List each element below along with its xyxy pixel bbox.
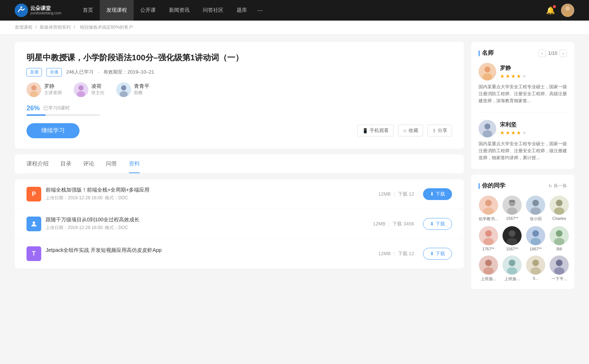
svg-point-10 xyxy=(77,91,85,97)
nav-item-qa[interactable]: 问答社区 xyxy=(196,0,230,21)
classmate-name-4: 1767** xyxy=(479,247,498,251)
download-button-1[interactable]: ⬇ 下载 xyxy=(423,218,452,230)
resource-icon-2: T xyxy=(27,246,41,261)
svg-point-3 xyxy=(565,6,570,11)
teacher-info-0: 罗静 主讲老师 xyxy=(44,83,62,96)
teachers-pagination: ‹ 1/10 › xyxy=(539,50,567,57)
tab-resources[interactable]: 资料 xyxy=(129,154,140,173)
star-icon: ☆ xyxy=(403,128,407,133)
svg-point-1 xyxy=(20,6,22,8)
page-info: 1/10 xyxy=(548,50,557,56)
mobile-view-button[interactable]: 📱 手机观看 xyxy=(357,125,394,136)
svg-point-57 xyxy=(554,267,564,275)
download-button-0[interactable]: ⬇ 下载 xyxy=(423,188,452,200)
resource-item-0: P 前端全栈加强版！前端全栈+全周期+多端应用 上传日期：2019-12-28 … xyxy=(15,179,464,209)
download-icon-1: ⬇ xyxy=(430,221,434,226)
breadcrumb-item-discover[interactable]: 发现课程 xyxy=(15,25,32,30)
progress-desc: 已学习0课时 xyxy=(43,105,70,111)
svg-point-14 xyxy=(33,221,35,224)
teachers-card-title: 名师 xyxy=(479,49,494,57)
progress-percent: 26% xyxy=(27,104,40,112)
teachers-list: 罗静 主讲老师 凌荷 班主任 xyxy=(27,82,452,97)
continue-learning-button[interactable]: 继续学习 xyxy=(27,123,80,138)
teacher-card-desc-1: 国内某重点大学安全工程专业硕士，国家一级注册消防工程师、注册安全工程师，级注册建… xyxy=(479,140,567,162)
resource-item-2: T Jetpack全组件实战 开发短视频应用高仿皮皮虾App 12MB | 下载… xyxy=(15,239,464,268)
teacher-card-item-0: 罗静 ★ ★ ★ ★ ★ 国内某重点大学安全工程专业硕士，国家一级注册消防工程师… xyxy=(479,63,567,113)
refresh-classmates-button[interactable]: ↻ 换一换 xyxy=(549,183,567,189)
collect-button[interactable]: ☆ 收藏 xyxy=(398,125,423,136)
nav-item-home[interactable]: 首页 xyxy=(76,0,100,21)
classmate-avatar-3 xyxy=(550,196,569,215)
dot-sep: · xyxy=(98,69,99,75)
teacher-role-0: 主讲老师 xyxy=(44,90,62,96)
share-button[interactable]: ⇧ 分享 xyxy=(427,125,452,136)
tab-review[interactable]: 评论 xyxy=(83,154,94,173)
classmates-card: 你的同学 ↻ 换一换 化学教书... 156 xyxy=(471,175,574,289)
nav-more-button[interactable]: ··· xyxy=(254,0,267,21)
user-avatar-header[interactable] xyxy=(561,4,574,17)
resource-info-2: Jetpack全组件实战 开发短视频应用高仿皮皮虾App xyxy=(46,247,378,260)
classmate-avatar-4 xyxy=(479,226,498,245)
classmate-avatar-10 xyxy=(526,256,545,275)
teacher-stars-0: ★ ★ ★ ★ ★ xyxy=(500,73,527,79)
progress-section: 26% 已学习0课时 xyxy=(27,104,452,116)
svg-point-19 xyxy=(484,124,490,129)
svg-point-33 xyxy=(554,207,564,215)
svg-point-4 xyxy=(564,11,571,17)
svg-point-39 xyxy=(507,238,517,245)
tab-catalog[interactable]: 目录 xyxy=(60,154,71,173)
learners-count: 246人已学习 xyxy=(66,69,94,75)
svg-point-12 xyxy=(121,85,126,90)
classmate-name-1: 1567** xyxy=(502,216,522,221)
tab-intro[interactable]: 课程介绍 xyxy=(27,154,49,173)
course-title: 明星中教授课，小学阶段语法100分–强化级第1讲动词（一） xyxy=(27,52,452,64)
expire-date: 有效期至：2019–10–21 xyxy=(103,69,154,75)
nav-item-quiz[interactable]: 题库 xyxy=(230,0,254,21)
classmate-name-8: 上班族... xyxy=(479,276,498,282)
nav-item-discover[interactable]: 发现课程 xyxy=(100,0,134,21)
left-panel: 明星中教授课，小学阶段语法100分–强化级第1讲动词（一） 直播 录播 246人… xyxy=(15,42,464,289)
svg-point-51 xyxy=(507,267,517,275)
nav-item-news[interactable]: 新闻资讯 xyxy=(162,0,196,21)
main-content: 明星中教授课，小学阶段语法100分–强化级第1讲动词（一） 直播 录播 246人… xyxy=(0,35,589,296)
teacher-info-2: 青青平 助教 xyxy=(134,83,149,96)
svg-point-0 xyxy=(15,4,28,17)
svg-point-50 xyxy=(509,260,515,266)
header: 云朵课堂 yundouketang.com 首页 发现课程 公开课 新闻资讯 问… xyxy=(0,0,589,21)
svg-point-56 xyxy=(556,260,562,266)
svg-point-48 xyxy=(483,267,494,275)
nav: 首页 发现课程 公开课 新闻资讯 问答社区 题库 ··· xyxy=(76,0,267,21)
svg-point-44 xyxy=(556,230,562,237)
header-right: 🔔 xyxy=(546,4,574,17)
classmate-name-5: 1567** xyxy=(502,247,522,251)
svg-point-45 xyxy=(554,238,564,245)
classmate-avatar-11 xyxy=(550,256,569,275)
classmate-name-3: Charles xyxy=(550,216,569,221)
nav-item-open[interactable]: 公开课 xyxy=(134,0,162,21)
tag-live: 直播 xyxy=(27,68,42,76)
classmate-item-10: 0... xyxy=(526,256,545,282)
logo[interactable]: 云朵课堂 yundouketang.com xyxy=(15,4,61,17)
next-page-button[interactable]: › xyxy=(560,50,567,57)
resource-meta-1: 上传日期：2019-12-28 16:00 格式：DOC xyxy=(46,225,373,231)
download-button-2[interactable]: ⬇ 下载 xyxy=(423,248,452,260)
teacher-card-desc-0: 国内某重点大学安全工程专业硕士，国家一级注册消防工程师、注册安全工程师、高级注册… xyxy=(479,83,567,105)
breadcrumb-item-series[interactable]: 新媒体营销系列 xyxy=(40,25,71,30)
resource-meta-0: 上传日期：2019-12-28 16:00 格式：DOC xyxy=(46,195,378,201)
tabs: 课程介绍 目录 评论 问答 资料 xyxy=(27,154,452,174)
breadcrumb-item-current: 销冠修炼术搞定80%的客户 xyxy=(80,25,133,30)
logo-icon xyxy=(15,4,28,17)
tab-qa[interactable]: 问答 xyxy=(106,154,117,173)
prev-page-button[interactable]: ‹ xyxy=(539,50,546,57)
teacher-item-2: 青青平 助教 xyxy=(116,82,149,97)
svg-point-17 xyxy=(483,73,492,81)
bell-icon[interactable]: 🔔 xyxy=(546,6,555,15)
classmate-avatar-2 xyxy=(526,196,545,215)
resource-icon-0: P xyxy=(27,187,41,201)
teacher-stars-1: ★ ★ ★ ★ ★ xyxy=(500,130,527,136)
classmate-avatar-9 xyxy=(502,256,522,275)
resource-stats-1: 12MB | 下载 3456 xyxy=(373,221,414,227)
course-tabs-card: 课程介绍 目录 评论 问答 资料 xyxy=(15,154,464,174)
notification-badge xyxy=(553,5,556,8)
teacher-card-name-1: 宋利坚 xyxy=(500,121,527,128)
